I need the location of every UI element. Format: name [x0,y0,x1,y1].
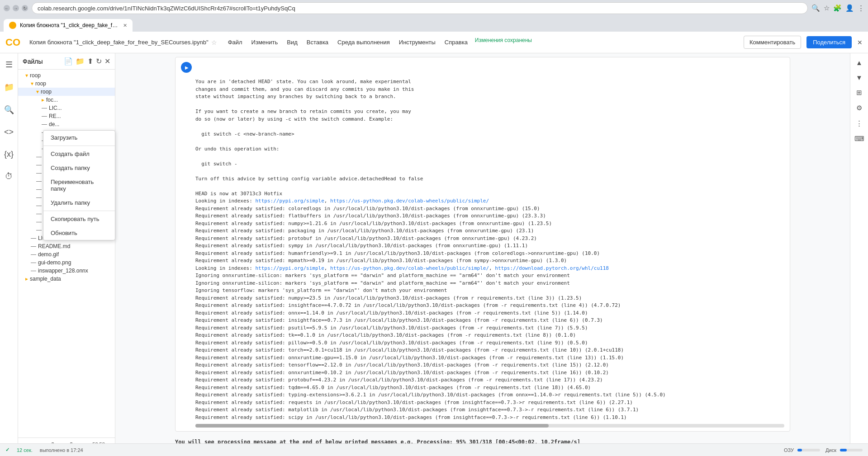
table-of-contents-icon[interactable]: ☰ [3,57,15,72]
tree-item-readme[interactable]: — README.md [18,242,115,250]
cell-1-header: ▶ [175,57,790,76]
tree-item-foc[interactable]: ▸ foc... [18,96,115,104]
extensions-icon[interactable]: 🧩 [833,4,842,12]
search-files-icon[interactable]: 🔍 [1,102,17,118]
ram-fill [797,449,802,451]
tab-close-button[interactable]: ✕ [123,23,127,28]
active-tab[interactable]: Копия блокнота "1_click_deep_fake_for_fr… [4,19,133,32]
variables-icon[interactable]: {x} [1,147,16,162]
ram-label: ОЗУ [784,447,794,453]
colab-header: CO Копия блокнота "1_click_deep_fake_for… [0,32,868,53]
file-icon-21: — [31,268,36,274]
refresh-button[interactable]: ↻ [22,5,28,11]
tree-item-lic[interactable]: — LIC... [18,104,115,112]
disk-progress-status [840,449,863,451]
file-icon-10: — [36,178,42,184]
menu-help[interactable]: Справка [441,37,471,47]
menu-runtime[interactable]: Среда выполнения [334,37,394,47]
header-right: Комментировать Поделиться ✕ [744,36,863,49]
browser-nav-buttons[interactable]: ← → ↻ [4,5,28,11]
ctx-upload[interactable]: Загрузить [43,131,115,145]
horizontal-scrollbar[interactable] [195,424,784,428]
star-icon[interactable]: ☆ [211,39,217,46]
forward-button[interactable]: → [13,5,19,11]
tree-item-demo-gif[interactable]: — demo.gif [18,250,115,259]
scroll-up-icon[interactable]: ▲ [854,57,864,68]
scroll-down-icon[interactable]: ▼ [854,72,864,83]
url-text: colab.research.google.com/drive/1nITINcN… [38,5,295,12]
folder-expand-icon: ▾ [25,72,28,79]
cell-1-output: You are in 'detached HEAD' state. You ca… [175,76,790,431]
cell-1: ▶ You are in 'detached HEAD' state. You … [175,57,790,432]
notebook-area: ▶ You are in 'detached HEAD' state. You … [115,53,850,456]
menu-bar: Файл Изменить Вид Вставка Среда выполнен… [224,37,532,47]
file-icon-20: — [31,259,36,266]
file-icon-19: — [31,251,36,258]
file-icon-14: — [36,211,42,217]
files-icon[interactable]: 📁 [1,80,17,95]
ctx-refresh[interactable]: Обновить [43,226,115,240]
right-panel: ▲ ▼ ⊞ ⚙ ⋮ ⌨ [850,53,868,456]
close-sidebar-icon[interactable]: ✕ [104,57,110,66]
tree-item-roop-sub[interactable]: ▾ roop [18,80,115,88]
ctx-copy-path[interactable]: Скопировать путь [43,212,115,226]
file-icon-1: — [42,105,47,111]
file-icon-7: — [36,154,42,160]
menu-tools[interactable]: Инструменты [395,37,439,47]
more-options-icon[interactable]: ⋮ [854,118,864,129]
file-icon-11: — [36,186,42,193]
cell-container: ▶ You are in 'detached HEAD' state. You … [166,53,799,456]
scrollbar-thumb[interactable] [195,424,549,428]
menu-edit[interactable]: Изменить [248,37,282,47]
execution-label: выполнено в 17:24 [40,447,83,453]
run-icon-1: ▶ [185,65,189,70]
ctx-create-folder[interactable]: Создать папку [43,161,115,175]
sidebar: Файлы 📄 📁 ⬆ ↻ ✕ ▾ roop ▾ roop ▾ roop [18,53,115,456]
file-icon-9: — [36,170,42,176]
tree-item-guidemo[interactable]: — gui-demo.png [18,259,115,267]
share-button[interactable]: Поделиться [806,36,852,48]
comment-button[interactable]: Комментировать [744,36,801,49]
back-button[interactable]: ← [4,5,10,11]
settings-menu-icon[interactable]: ⋮ [858,4,864,12]
tree-item-sample-data[interactable]: ▸ sample_data [18,275,115,283]
keyboard-shortcut-icon[interactable]: ⌨ [853,133,866,145]
tab-title: Копия блокнота "1_click_deep_fake_for_fr… [20,22,119,28]
checkmark-icon: ✓ [5,447,9,453]
close-header-icon[interactable]: ✕ [857,39,863,46]
new-folder-icon[interactable]: 📁 [76,57,85,66]
ctx-delete-folder[interactable]: Удалить папку [43,196,115,210]
tree-item-inswapper128[interactable]: — inswapper_128.onnx [18,267,115,275]
upload-file-icon[interactable]: ⬆ [87,57,93,66]
tree-item-de[interactable]: — de... [18,120,115,128]
refresh-files-icon[interactable]: ↻ [96,57,102,66]
menu-file[interactable]: Файл [224,37,246,47]
bookmark-icon[interactable]: ☆ [824,4,830,12]
file-icon-17: — [31,235,36,241]
search-icon[interactable]: 🔍 [811,4,820,12]
run-button-1[interactable]: ▶ [181,62,192,73]
disk-status-bar: Диск [825,447,863,453]
tree-item-re[interactable]: — RE... [18,112,115,120]
sidebar-header-icons: 📄 📁 ⬆ ↻ ✕ [64,57,110,66]
settings-right-icon[interactable]: ⚙ [854,102,864,114]
code-snippets-icon[interactable]: <> [1,125,16,140]
runtime-icon[interactable]: ⏱ [2,169,16,184]
profile-icon[interactable]: 👤 [845,4,854,12]
ctx-create-file[interactable]: Создать файл [43,147,115,161]
tree-item-roop-root[interactable]: ▾ roop [18,71,115,80]
file-icon-12: — [36,194,42,201]
folder-closed-icon-2: ▸ [25,276,28,282]
status-right: ОЗУ Диск [784,447,863,453]
menu-insert[interactable]: Вставка [303,37,332,47]
folder-expand-icon-2: ▾ [31,80,33,87]
address-bar[interactable]: colab.research.google.com/drive/1nITINcN… [32,2,808,14]
new-file-icon[interactable]: 📄 [64,57,73,66]
notebook-title-text: Копия блокнота "1_click_deep_fake_for_fr… [29,39,209,46]
menu-view[interactable]: Вид [283,37,301,47]
disk-status-label: Диск [825,447,836,453]
tree-item-roop-inner[interactable]: ▾ roop [18,88,115,96]
file-icon-13: — [36,202,42,209]
layout-icon[interactable]: ⊞ [854,87,864,99]
ctx-rename-folder[interactable]: Переименовать папку [43,175,115,196]
